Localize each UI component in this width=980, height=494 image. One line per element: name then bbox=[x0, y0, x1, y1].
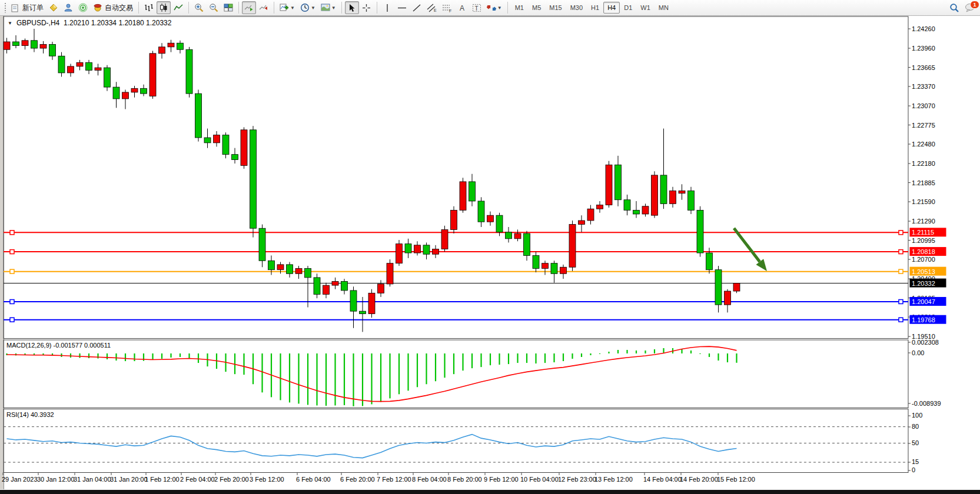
candle bbox=[587, 209, 594, 221]
chart-symbol-period: GBPUSD-,H4 bbox=[16, 19, 59, 27]
time-label: 8 Feb 04:00 bbox=[412, 476, 447, 483]
accounts-button[interactable] bbox=[61, 1, 75, 14]
accounts-icon bbox=[64, 3, 73, 12]
candle bbox=[68, 66, 74, 73]
equidistant-channel-button[interactable]: E bbox=[424, 1, 439, 14]
autotrading-button[interactable]: 自动交易 bbox=[91, 1, 135, 14]
arrows-icon bbox=[487, 4, 496, 12]
candle bbox=[725, 291, 731, 305]
timeframe-button-w1[interactable]: W1 bbox=[636, 2, 655, 14]
gold-button[interactable] bbox=[46, 1, 61, 14]
rsi-scale-label: 0 bbox=[912, 466, 915, 473]
candle bbox=[360, 311, 366, 313]
time-label: 31 Jan 20:00 bbox=[110, 476, 148, 483]
fibonacci-button[interactable]: F bbox=[440, 1, 454, 14]
time-label: 10 Feb 04:00 bbox=[520, 476, 559, 483]
crosshair-button[interactable] bbox=[360, 1, 374, 14]
candle bbox=[250, 130, 257, 228]
periods-icon bbox=[300, 3, 310, 12]
horizontal-line-icon bbox=[397, 4, 407, 12]
horizontal-line-button[interactable] bbox=[395, 1, 409, 14]
mt4-application-window: 新订单 自动交易 bbox=[0, 0, 980, 494]
chart-shift-button[interactable] bbox=[257, 1, 271, 14]
timeframe-button-m15[interactable]: M15 bbox=[545, 2, 566, 14]
toolbar-separator bbox=[274, 2, 274, 14]
new-order-button[interactable]: 新订单 bbox=[9, 1, 46, 14]
toolbar-separator bbox=[238, 2, 239, 14]
signal-button[interactable] bbox=[76, 1, 90, 14]
hline-handle[interactable] bbox=[899, 318, 903, 322]
price-tick-label: 1.22180 bbox=[912, 160, 935, 167]
price-tick-label: 1.22775 bbox=[912, 122, 935, 129]
arrows-button[interactable]: ▼ bbox=[484, 1, 504, 14]
hline-handle[interactable] bbox=[10, 318, 14, 322]
candle bbox=[323, 285, 330, 294]
timeframe-button-h4[interactable]: H4 bbox=[603, 2, 620, 14]
zoom-in-button[interactable] bbox=[192, 1, 206, 14]
candle bbox=[350, 291, 357, 311]
candle bbox=[186, 49, 192, 94]
hline-handle[interactable] bbox=[899, 250, 903, 254]
text-label-button[interactable]: T bbox=[470, 1, 484, 14]
candle bbox=[277, 265, 284, 270]
hline-handle[interactable] bbox=[899, 299, 903, 303]
price-tick-label: 1.20700 bbox=[912, 256, 935, 263]
toolbar: 新订单 自动交易 bbox=[0, 0, 980, 16]
timeframe-button-m1[interactable]: M1 bbox=[511, 2, 528, 14]
candle bbox=[4, 42, 10, 49]
text-icon: A bbox=[458, 4, 466, 12]
candle bbox=[551, 263, 557, 274]
notifications-button[interactable]: 1 bbox=[962, 1, 978, 14]
hline-handle[interactable] bbox=[10, 231, 14, 235]
time-label: 6 Feb 04:00 bbox=[296, 476, 331, 483]
chart-canvas[interactable]: 1.242601.239601.236651.233701.230701.227… bbox=[0, 0, 980, 494]
candle bbox=[433, 249, 439, 254]
zoom-out-button[interactable] bbox=[207, 1, 221, 14]
bar-chart-button[interactable] bbox=[142, 1, 156, 14]
crosshair-icon bbox=[362, 4, 371, 12]
trend-arrow-shaft[interactable] bbox=[734, 228, 760, 262]
candle bbox=[113, 87, 119, 99]
time-label: 1 Feb 12:00 bbox=[145, 476, 180, 483]
cursor-button[interactable] bbox=[345, 1, 359, 14]
hline-handle[interactable] bbox=[899, 231, 903, 235]
candle bbox=[159, 47, 165, 54]
trendline-button[interactable] bbox=[410, 1, 424, 14]
auto-scroll-icon bbox=[244, 3, 254, 12]
candle bbox=[706, 253, 713, 270]
timeframe-button-d1[interactable]: D1 bbox=[620, 2, 636, 14]
indicators-button[interactable]: ▼ bbox=[277, 1, 297, 14]
hline-handle[interactable] bbox=[899, 269, 903, 273]
pane-border-2 bbox=[4, 409, 908, 473]
hline-handle[interactable] bbox=[10, 269, 14, 273]
vertical-line-button[interactable] bbox=[380, 1, 394, 14]
new-order-label: 新订单 bbox=[22, 3, 44, 13]
line-chart-button[interactable] bbox=[171, 1, 185, 14]
candle bbox=[31, 41, 38, 48]
timeframe-button-h1[interactable]: H1 bbox=[587, 2, 603, 14]
text-button[interactable]: A bbox=[455, 1, 469, 14]
periods-button[interactable]: ▼ bbox=[298, 1, 318, 14]
toolbar-separator bbox=[507, 2, 508, 14]
templates-button[interactable]: ▼ bbox=[318, 1, 338, 14]
timeframe-button-m30[interactable]: M30 bbox=[566, 2, 587, 14]
tile-windows-button[interactable] bbox=[221, 1, 235, 14]
chart-menu-marker[interactable]: ▼ bbox=[8, 21, 12, 26]
auto-scroll-button[interactable] bbox=[242, 1, 256, 14]
toolbar-grip[interactable] bbox=[4, 2, 6, 13]
candlestick-chart-button[interactable] bbox=[157, 1, 171, 14]
chevron-down-icon: ▼ bbox=[290, 5, 295, 11]
candle bbox=[387, 263, 393, 284]
candle bbox=[204, 138, 211, 143]
hline-handle[interactable] bbox=[10, 250, 14, 254]
hline-handle[interactable] bbox=[10, 299, 14, 303]
macd-scale-label: -0.008939 bbox=[912, 400, 941, 407]
candle bbox=[496, 215, 503, 232]
toolbar-separator bbox=[138, 2, 139, 14]
timeframe-button-mn[interactable]: MN bbox=[655, 2, 673, 14]
timeframe-button-m5[interactable]: M5 bbox=[528, 2, 545, 14]
search-button[interactable] bbox=[947, 1, 962, 14]
candle bbox=[624, 200, 630, 211]
candle bbox=[506, 232, 512, 239]
candle bbox=[177, 43, 184, 49]
